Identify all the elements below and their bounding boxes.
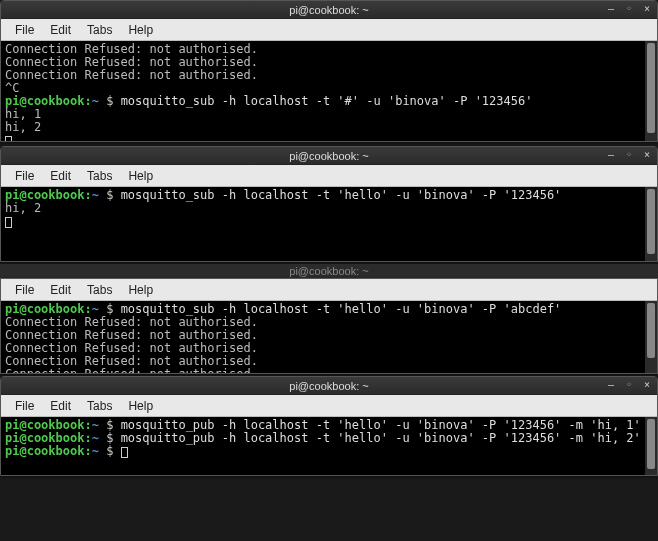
maximize-icon[interactable]: ◦ bbox=[623, 149, 635, 161]
window-title: pi@cookbook: ~ bbox=[289, 150, 368, 162]
minimize-icon[interactable]: – bbox=[605, 149, 617, 161]
titlebar[interactable]: pi@cookbook: ~ – ◦ × bbox=[1, 147, 657, 165]
close-icon[interactable]: × bbox=[641, 379, 653, 391]
scroll-thumb[interactable] bbox=[647, 43, 655, 133]
window-controls: – ◦ × bbox=[605, 149, 653, 161]
menu-file[interactable]: File bbox=[7, 167, 42, 185]
menu-edit[interactable]: Edit bbox=[42, 281, 79, 299]
window-controls: – ◦ × bbox=[605, 3, 653, 15]
terminal-output[interactable]: pi@cookbook:~ $ mosquitto_sub -h localho… bbox=[1, 301, 645, 373]
menubar: File Edit Tabs Help bbox=[1, 165, 657, 187]
terminal-window-2: pi@cookbook: ~ – ◦ × File Edit Tabs Help… bbox=[0, 146, 658, 262]
scrollbar[interactable] bbox=[645, 301, 657, 373]
terminal-output[interactable]: pi@cookbook:~ $ mosquitto_pub -h localho… bbox=[1, 417, 645, 475]
titlebar[interactable]: pi@cookbook: ~ – ◦ × bbox=[1, 377, 657, 395]
maximize-icon[interactable]: ◦ bbox=[623, 379, 635, 391]
scrollbar[interactable] bbox=[645, 41, 657, 141]
menu-help[interactable]: Help bbox=[120, 167, 161, 185]
menu-file[interactable]: File bbox=[7, 21, 42, 39]
background-title: pi@cookbook: ~ bbox=[0, 264, 658, 278]
menu-file[interactable]: File bbox=[7, 397, 42, 415]
menu-help[interactable]: Help bbox=[120, 281, 161, 299]
menu-tabs[interactable]: Tabs bbox=[79, 21, 120, 39]
terminal-window-3: File Edit Tabs Help pi@cookbook:~ $ mosq… bbox=[0, 278, 658, 374]
cursor-icon bbox=[5, 217, 12, 228]
menu-edit[interactable]: Edit bbox=[42, 167, 79, 185]
terminal-window-1: pi@cookbook: ~ – ◦ × File Edit Tabs Help… bbox=[0, 0, 658, 142]
window-controls: – ◦ × bbox=[605, 379, 653, 391]
titlebar[interactable]: pi@cookbook: ~ – ◦ × bbox=[1, 1, 657, 19]
scroll-thumb[interactable] bbox=[647, 189, 655, 254]
menu-edit[interactable]: Edit bbox=[42, 397, 79, 415]
cursor-icon bbox=[121, 447, 128, 458]
scroll-thumb[interactable] bbox=[647, 419, 655, 469]
menu-tabs[interactable]: Tabs bbox=[79, 281, 120, 299]
menu-help[interactable]: Help bbox=[120, 397, 161, 415]
close-icon[interactable]: × bbox=[641, 149, 653, 161]
scroll-thumb[interactable] bbox=[647, 303, 655, 358]
scrollbar[interactable] bbox=[645, 187, 657, 261]
terminal-window-4: pi@cookbook: ~ – ◦ × File Edit Tabs Help… bbox=[0, 376, 658, 476]
cursor-icon bbox=[5, 136, 12, 141]
minimize-icon[interactable]: – bbox=[605, 3, 617, 15]
menu-tabs[interactable]: Tabs bbox=[79, 167, 120, 185]
close-icon[interactable]: × bbox=[641, 3, 653, 15]
window-title: pi@cookbook: ~ bbox=[289, 380, 368, 392]
maximize-icon[interactable]: ◦ bbox=[623, 3, 635, 15]
window-title: pi@cookbook: ~ bbox=[289, 4, 368, 16]
terminal-output[interactable]: Connection Refused: not authorised. Conn… bbox=[1, 41, 645, 141]
menu-edit[interactable]: Edit bbox=[42, 21, 79, 39]
menubar: File Edit Tabs Help bbox=[1, 19, 657, 41]
minimize-icon[interactable]: – bbox=[605, 379, 617, 391]
menu-help[interactable]: Help bbox=[120, 21, 161, 39]
terminal-output[interactable]: pi@cookbook:~ $ mosquitto_sub -h localho… bbox=[1, 187, 645, 261]
menu-tabs[interactable]: Tabs bbox=[79, 397, 120, 415]
menubar: File Edit Tabs Help bbox=[1, 395, 657, 417]
menu-file[interactable]: File bbox=[7, 281, 42, 299]
scrollbar[interactable] bbox=[645, 417, 657, 475]
menubar: File Edit Tabs Help bbox=[1, 279, 657, 301]
